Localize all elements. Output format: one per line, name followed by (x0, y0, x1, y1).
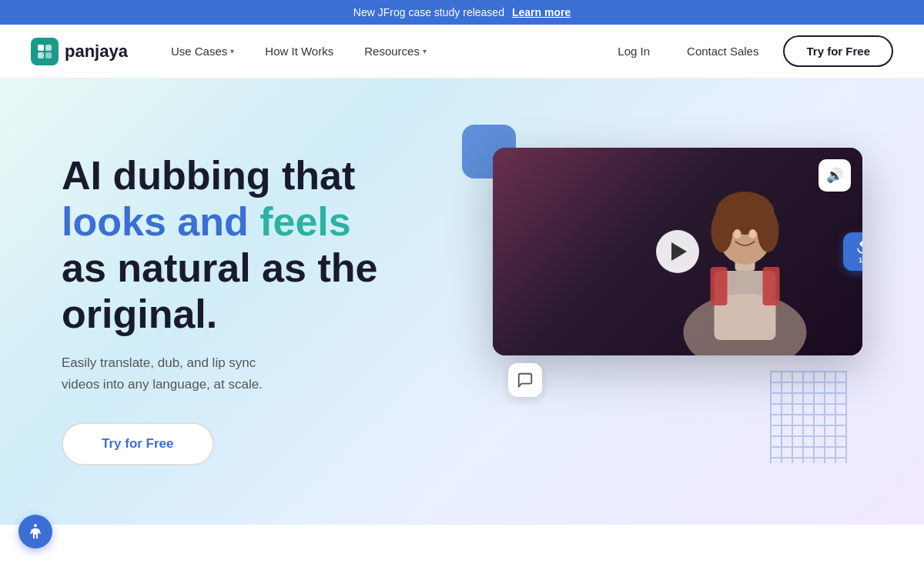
hero-title: AI dubbing that looks and feels as natur… (62, 153, 416, 337)
hero-content: AI dubbing that looks and feels as natur… (62, 153, 416, 465)
announcement-bar: New JFrog case study released Learn more (0, 0, 924, 25)
video-card: 🔊 10 (493, 148, 862, 355)
hero-title-feels: feels (259, 199, 351, 244)
logo[interactable]: panjaya (31, 38, 128, 65)
chat-icon[interactable] (508, 363, 542, 397)
logo-wordmark: panjaya (65, 42, 128, 62)
hero-title-and: and (177, 199, 259, 244)
announcement-link[interactable]: Learn more (512, 6, 571, 18)
svg-rect-3 (45, 52, 52, 58)
nav-how-it-works[interactable]: How It Works (253, 38, 346, 64)
hero-subtitle: Easily translate, dub, and lip syncvideo… (62, 352, 323, 394)
hero-try-free-button[interactable]: Try for Free (62, 422, 214, 465)
svg-point-13 (734, 229, 742, 238)
chevron-down-icon: ▾ (230, 47, 234, 55)
nav-use-cases[interactable]: Use Cases ▾ (159, 38, 246, 64)
svg-point-11 (711, 209, 733, 252)
login-link[interactable]: Log In (605, 38, 662, 64)
nav-right: Log In Contact Sales Try for Free (605, 35, 893, 67)
nav-resources[interactable]: Resources ▾ (352, 38, 439, 64)
rewind-label: 10 (859, 256, 862, 264)
grid-decoration (770, 371, 847, 463)
nav-links: Use Cases ▾ How It Works Resources ▾ (159, 38, 605, 64)
video-background: 🔊 10 (493, 148, 862, 355)
rewind-icon[interactable]: 10 (843, 232, 862, 271)
svg-rect-2 (38, 52, 44, 58)
navbar: panjaya Use Cases ▾ How It Works Resourc… (0, 25, 924, 78)
accessibility-button[interactable] (18, 515, 52, 549)
svg-rect-1 (45, 45, 52, 51)
svg-rect-7 (763, 267, 780, 305)
logo-icon (31, 38, 59, 65)
svg-point-15 (34, 524, 37, 527)
svg-rect-6 (711, 267, 728, 305)
contact-sales-link[interactable]: Contact Sales (675, 38, 771, 64)
hero-visual: 🔊 10 (416, 132, 862, 486)
chevron-down-icon-resources: ▾ (423, 47, 427, 55)
play-button[interactable] (656, 230, 699, 273)
hero-section: AI dubbing that looks and feels as natur… (0, 78, 924, 525)
svg-rect-0 (38, 45, 44, 51)
volume-icon[interactable]: 🔊 (819, 159, 851, 192)
svg-point-12 (758, 209, 779, 252)
nav-try-free-button[interactable]: Try for Free (783, 35, 893, 67)
hero-title-looks: looks (62, 199, 177, 244)
announcement-text: New JFrog case study released (353, 6, 504, 18)
svg-point-14 (749, 229, 757, 238)
use-cases-section: Use Cases (0, 525, 924, 567)
